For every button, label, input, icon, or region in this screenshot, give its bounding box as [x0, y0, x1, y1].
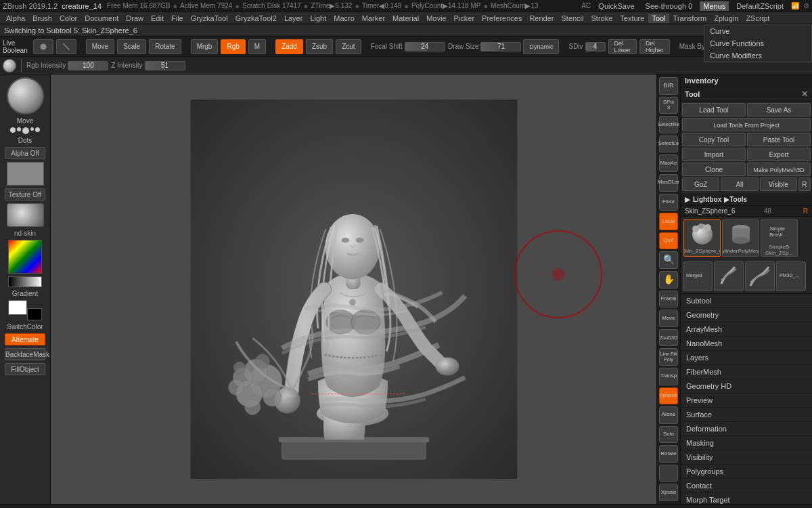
- menu-macro[interactable]: Macro: [330, 14, 358, 23]
- menus-btn[interactable]: Menus: [700, 1, 729, 11]
- rgb-intensity-slider[interactable]: 100: [68, 61, 108, 70]
- menu-document[interactable]: Document: [81, 14, 122, 23]
- draw-icon[interactable]: [56, 39, 76, 54]
- switch-colors[interactable]: [8, 300, 42, 320]
- tool-close-icon[interactable]: ✕: [801, 89, 808, 99]
- menu-zplugin[interactable]: Zplugin: [710, 14, 742, 23]
- background-color[interactable]: [27, 308, 42, 320]
- z-intensity-slider[interactable]: 51: [145, 61, 185, 70]
- menu-item-contact[interactable]: Contact: [681, 479, 812, 493]
- see-through-btn[interactable]: See-through 0: [642, 1, 696, 11]
- del-lower-btn[interactable]: Del Lower: [608, 39, 637, 54]
- menu-stroke[interactable]: Stroke: [588, 14, 616, 23]
- copy-tool-btn[interactable]: Copy Tool: [682, 133, 746, 146]
- menu-item-subtool[interactable]: Subtool: [681, 294, 812, 308]
- foreground-color[interactable]: [8, 300, 27, 315]
- m-btn[interactable]: M: [248, 39, 266, 54]
- menu-texture[interactable]: Texture: [616, 14, 648, 23]
- default-zscript-btn[interactable]: DefaultZScript: [733, 1, 787, 11]
- texture-off-btn[interactable]: Texture Off: [5, 188, 45, 200]
- strip-transp[interactable]: Transp: [659, 368, 678, 385]
- menu-gryzkaTool2[interactable]: GryzkaTool2: [232, 14, 280, 23]
- export-btn[interactable]: Export: [747, 148, 811, 161]
- alpha-off-btn[interactable]: Alpha Off: [5, 147, 45, 159]
- lightbox-tools-header[interactable]: ▶ Lightbox ▶Tools: [681, 194, 812, 206]
- strip-zood3d[interactable]: ZooD3D: [659, 329, 678, 347]
- dynamic-btn[interactable]: Dynamic: [523, 39, 559, 54]
- load-tool-btn[interactable]: Load Tool: [682, 103, 746, 117]
- backface-mask-btn[interactable]: BackfaceMask: [5, 348, 45, 360]
- color-swatch[interactable]: [8, 240, 42, 274]
- strip-dynamic[interactable]: Dynamic: [659, 387, 678, 405]
- draw-size-slider[interactable]: 71: [480, 42, 521, 51]
- thumb-helix1[interactable]: [714, 261, 744, 291]
- menu-tool[interactable]: Tool: [648, 14, 669, 23]
- gradient-preview[interactable]: [8, 276, 42, 287]
- menu-item-polygroups[interactable]: Polygroups: [681, 465, 812, 479]
- strip-xpose[interactable]: Xpose: [659, 484, 678, 501]
- menu-stencil[interactable]: Stencil: [558, 14, 587, 23]
- strip-maske[interactable]: MasKe: [659, 154, 678, 172]
- strip-local[interactable]: Local: [659, 213, 678, 230]
- strip-rotate[interactable]: Rotate: [659, 445, 678, 463]
- scale-btn[interactable]: Scale: [117, 39, 146, 54]
- menu-item-geometry[interactable]: Geometry: [681, 308, 812, 322]
- menu-draw[interactable]: Draw: [122, 14, 147, 23]
- fill-object-btn[interactable]: FillObject: [5, 363, 45, 375]
- menu-preferences[interactable]: Preferences: [478, 14, 525, 23]
- rotate-btn[interactable]: Rotate: [149, 39, 181, 54]
- load-tools-from-project-btn[interactable]: Load Tools From Project: [682, 118, 811, 131]
- strip-frame[interactable]: Frame: [659, 291, 678, 308]
- visible-btn[interactable]: Visible: [760, 177, 797, 191]
- menu-item-surface[interactable]: Surface: [681, 408, 812, 422]
- sdiv-slider[interactable]: 4: [585, 42, 606, 51]
- thumb-simple-brush[interactable]: Simple Brush SimpleB Skin_ZSp...: [761, 219, 798, 257]
- menu-item-visibility[interactable]: Visibility: [681, 450, 812, 465]
- menu-gryzkaTool[interactable]: GryzkaTool: [187, 14, 231, 23]
- paste-tool-btn[interactable]: Paste Tool: [747, 133, 811, 146]
- menu-marker[interactable]: Marker: [359, 14, 388, 23]
- strip-masdlar[interactable]: MasDLar: [659, 174, 678, 192]
- brush-icon-move[interactable]: [33, 39, 53, 54]
- zadd-btn[interactable]: Zadd: [275, 39, 303, 54]
- save-as-btn[interactable]: Save As: [747, 103, 811, 117]
- menu-movie[interactable]: Movie: [423, 14, 449, 23]
- menu-material[interactable]: Material: [389, 14, 422, 23]
- goz-btn[interactable]: GoZ: [682, 177, 719, 191]
- strip-qvz[interactable]: QvZ: [659, 232, 678, 250]
- clone-btn[interactable]: Clone: [682, 163, 746, 176]
- strip-hand[interactable]: ✋: [659, 271, 678, 289]
- menu-item-layers[interactable]: Layers: [681, 351, 812, 365]
- strip-magnify[interactable]: 🔍: [659, 251, 678, 269]
- menu-item-preview[interactable]: Preview: [681, 394, 812, 408]
- menu-item-fibermesh[interactable]: FiberMesh: [681, 365, 812, 379]
- make-polymesh3d-btn[interactable]: Make PolyMesh3D: [747, 163, 811, 176]
- menu-layer[interactable]: Layer: [281, 14, 307, 23]
- curve-item-curve[interactable]: Curve: [704, 25, 811, 37]
- curve-item-functions[interactable]: Curve Functions: [704, 37, 811, 49]
- brush-sphere-icon[interactable]: [3, 59, 16, 72]
- move-btn[interactable]: Move: [86, 39, 114, 54]
- menu-item-geometry-hd[interactable]: Geometry HD: [681, 379, 812, 394]
- all-btn[interactable]: All: [721, 177, 758, 191]
- strip-floor[interactable]: Floor: [659, 194, 678, 211]
- menu-item-nanomesh[interactable]: NanoMesh: [681, 337, 812, 351]
- thumb-pm3d[interactable]: PM3D_...: [776, 261, 806, 291]
- zsub-btn[interactable]: Zsub: [306, 39, 333, 54]
- menu-item-arraymesh[interactable]: ArrayMesh: [681, 322, 812, 337]
- menu-file[interactable]: File: [168, 14, 187, 23]
- thumb-skin-zsphere[interactable]: Skin_ZSphere_6: [683, 219, 721, 257]
- menu-transform[interactable]: Transform: [670, 14, 710, 23]
- zcut-btn[interactable]: Zcut: [336, 39, 361, 54]
- menu-item-deformation[interactable]: Deformation: [681, 422, 812, 436]
- strip-bir[interactable]: BIR: [659, 77, 678, 95]
- menu-alpha[interactable]: Alpha: [3, 14, 28, 23]
- menu-light[interactable]: Light: [307, 14, 330, 23]
- del-higher-btn[interactable]: Del Higher: [639, 39, 670, 54]
- canvas-area[interactable]: [51, 75, 656, 504]
- menu-item-masking[interactable]: Masking: [681, 436, 812, 450]
- alternate-btn[interactable]: Alternate: [5, 333, 45, 345]
- strip-spix[interactable]: SPix3: [659, 97, 678, 114]
- material-sphere[interactable]: [7, 77, 44, 114]
- strip-linefilpoly[interactable]: Line FiltPoly: [659, 348, 678, 366]
